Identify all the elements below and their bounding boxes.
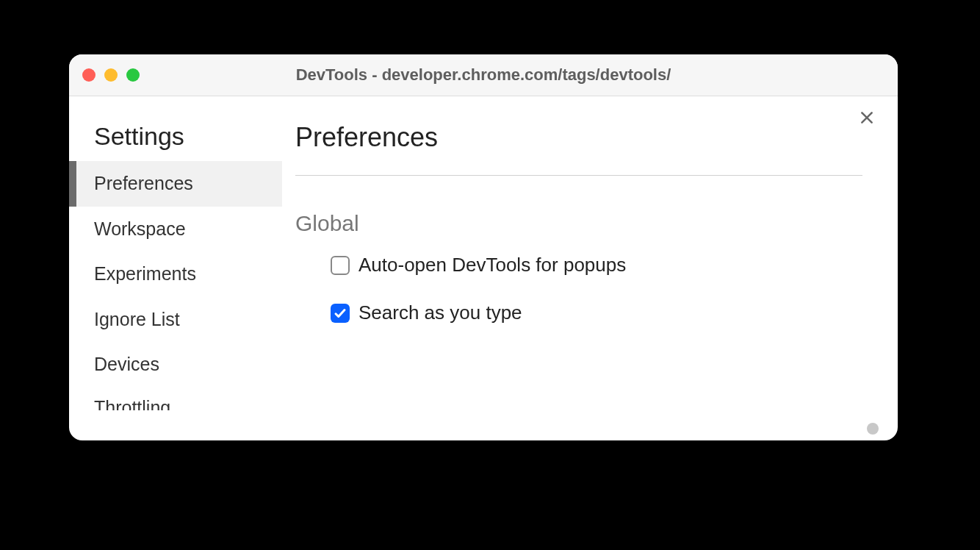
preferences-scroll-area: Global Auto-open DevTools for popups Sea… (295, 175, 862, 403)
sidebar-item-devices[interactable]: Devices (69, 342, 282, 388)
window-minimize-dot[interactable] (104, 68, 118, 82)
sidebar-item-label: Throttling (94, 397, 170, 410)
checkbox-search-as-you-type[interactable] (331, 304, 350, 323)
sidebar-item-workspace[interactable]: Workspace (69, 207, 282, 252)
pref-row-search-as-you-type: Search as you type (331, 301, 862, 324)
pref-row-auto-open: Auto-open DevTools for popups (331, 254, 862, 276)
sidebar-item-experiments[interactable]: Experiments (69, 251, 282, 297)
window-controls (82, 68, 140, 82)
checkbox-auto-open[interactable] (331, 256, 350, 275)
scrollbar-thumb[interactable] (867, 423, 879, 435)
window-title: DevTools - developer.chrome.com/tags/dev… (69, 65, 898, 85)
sidebar-item-label: Ignore List (94, 309, 180, 329)
section-heading-global: Global (295, 211, 862, 236)
sidebar-title: Settings (69, 122, 282, 161)
sidebar-item-label: Experiments (94, 263, 196, 284)
preferences-panel: Preferences Global Auto-open DevTools fo… (282, 96, 898, 440)
sidebar-item-label: Preferences (94, 173, 193, 193)
settings-sidebar: Settings Preferences Workspace Experimen… (69, 96, 282, 440)
titlebar: DevTools - developer.chrome.com/tags/dev… (69, 54, 898, 96)
devtools-settings-window: DevTools - developer.chrome.com/tags/dev… (69, 54, 898, 440)
close-icon (860, 110, 874, 125)
close-settings-button[interactable] (857, 107, 877, 128)
sidebar-item-ignore-list[interactable]: Ignore List (69, 297, 282, 343)
sidebar-item-throttling[interactable]: Throttling (69, 388, 282, 410)
window-close-dot[interactable] (82, 68, 96, 82)
sidebar-item-label: Workspace (94, 218, 186, 239)
pref-label: Search as you type (359, 301, 522, 324)
panel-title: Preferences (295, 122, 898, 153)
checkmark-icon (334, 307, 347, 320)
content-area: Settings Preferences Workspace Experimen… (69, 96, 898, 440)
window-zoom-dot[interactable] (126, 68, 140, 82)
pref-label: Auto-open DevTools for popups (359, 254, 626, 276)
sidebar-item-label: Devices (94, 354, 159, 374)
sidebar-item-preferences[interactable]: Preferences (69, 161, 282, 207)
